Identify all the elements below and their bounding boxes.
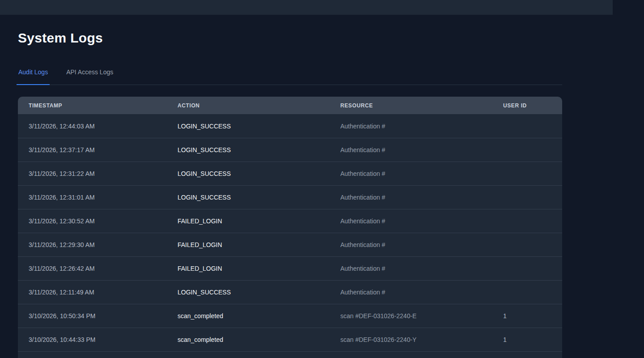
cell-resource: Authentication #	[330, 170, 492, 177]
top-bar	[0, 0, 613, 15]
cell-timestamp: 3/10/2026, 10:44:33 PM	[18, 336, 167, 343]
cell-timestamp: 3/11/2026, 12:11:49 AM	[18, 289, 167, 296]
cell-timestamp: 3/11/2026, 12:29:30 AM	[18, 241, 167, 248]
cell-action: LOGIN_SUCCESS	[167, 194, 330, 201]
cell-resource: Authentication #	[330, 265, 492, 272]
cell-timestamp: 3/11/2026, 12:31:01 AM	[18, 194, 167, 201]
cell-action: FAILED_LOGIN	[167, 217, 330, 225]
tab-bar: Audit Logs API Access Logs	[18, 68, 562, 85]
cell-timestamp: 3/11/2026, 12:26:42 AM	[18, 265, 167, 272]
cell-resource: Authentication #	[330, 123, 492, 130]
main-content: System Logs Audit Logs API Access Logs T…	[18, 30, 562, 358]
table-row: 3/11/2026, 12:29:30 AM FAILED_LOGIN Auth…	[18, 233, 562, 256]
table-header-row: TIMESTAMP ACTION RESOURCE USER ID	[18, 97, 562, 114]
table-row: 3/11/2026, 12:44:03 AM LOGIN_SUCCESS Aut…	[18, 114, 562, 138]
tab-audit-logs[interactable]: Audit Logs	[18, 68, 48, 85]
cell-resource: Authentication #	[330, 217, 492, 225]
column-header-resource: RESOURCE	[330, 102, 492, 109]
table-row: 3/10/2026, 10:44:33 PM scan_completed sc…	[18, 328, 562, 351]
cell-action: scan_completed	[167, 312, 330, 320]
cell-resource: scan #DEF-031026-2240-E	[330, 312, 492, 320]
cell-resource: scan #DEF-031026-2240-Y	[330, 336, 492, 343]
cell-timestamp: 3/11/2026, 12:37:17 AM	[18, 146, 167, 153]
cell-timestamp: 3/11/2026, 12:30:52 AM	[18, 217, 167, 225]
table-row: 3/11/2026, 12:31:22 AM LOGIN_SUCCESS Aut…	[18, 162, 562, 185]
cell-timestamp: 3/11/2026, 12:31:22 AM	[18, 170, 167, 177]
cell-action: LOGIN_SUCCESS	[167, 123, 330, 130]
cell-action: FAILED_LOGIN	[167, 241, 330, 248]
cell-timestamp: 3/11/2026, 12:44:03 AM	[18, 123, 167, 130]
audit-logs-table: TIMESTAMP ACTION RESOURCE USER ID 3/11/2…	[18, 97, 562, 358]
cell-action: FAILED_LOGIN	[167, 265, 330, 272]
table-row: 3/11/2026, 12:37:17 AM LOGIN_SUCCESS Aut…	[18, 138, 562, 162]
cell-action: LOGIN_SUCCESS	[167, 146, 330, 153]
cell-action: scan_completed	[167, 336, 330, 343]
cell-resource: Authentication #	[330, 289, 492, 296]
cell-action: LOGIN_SUCCESS	[167, 289, 330, 296]
column-header-user-id: USER ID	[492, 102, 562, 109]
column-header-timestamp: TIMESTAMP	[18, 102, 167, 109]
cell-timestamp: 3/10/2026, 10:50:34 PM	[18, 312, 167, 320]
cell-resource: Authentication #	[330, 194, 492, 201]
table-row: 3/11/2026, 12:26:42 AM FAILED_LOGIN Auth…	[18, 256, 562, 280]
page-title: System Logs	[18, 30, 562, 46]
table-body: 3/11/2026, 12:44:03 AM LOGIN_SUCCESS Aut…	[18, 114, 562, 358]
cell-action: LOGIN_SUCCESS	[167, 170, 330, 177]
table-row: 3/11/2026, 12:31:01 AM LOGIN_SUCCESS Aut…	[18, 185, 562, 209]
cell-resource: Authentication #	[330, 241, 492, 248]
table-row: 3/11/2026, 12:11:49 AM LOGIN_SUCCESS Aut…	[18, 280, 562, 304]
tab-api-access-logs[interactable]: API Access Logs	[66, 68, 114, 85]
column-header-action: ACTION	[167, 102, 330, 109]
cell-user-id: 1	[492, 336, 562, 343]
cell-resource: Authentication #	[330, 146, 492, 153]
table-row: 3/11/2026, 12:30:52 AM FAILED_LOGIN Auth…	[18, 209, 562, 233]
table-row: 3/10/2026, 10:50:34 PM scan_completed sc…	[18, 304, 562, 328]
cell-user-id: 1	[492, 312, 562, 320]
table-row-partial	[18, 351, 562, 358]
